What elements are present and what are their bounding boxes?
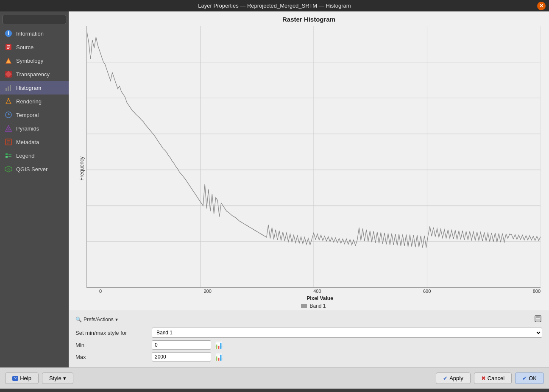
sidebar-item-qgis-server[interactable]: QQGIS Server (0, 162, 69, 176)
svg-text:Q: Q (7, 167, 10, 171)
set-minmax-label: Set min/max style for (75, 330, 152, 336)
min-label: Min (75, 342, 152, 348)
prefs-label: Prefs/Actions (84, 317, 114, 322)
svg-point-12 (8, 98, 9, 100)
information-icon: i (4, 29, 13, 38)
sidebar-item-transparency[interactable]: Transparency (0, 67, 69, 81)
legend-icon (4, 151, 13, 160)
histogram-title: Raster Histogram (77, 16, 541, 23)
apply-label: Apply (449, 375, 463, 381)
sidebar-item-information[interactable]: iInformation (0, 27, 69, 40)
sidebar-item-temporal[interactable]: Temporal (0, 108, 69, 122)
title-bar: Layer Properties — Reprojected_Merged_SR… (0, 0, 549, 11)
search-input[interactable] (3, 15, 66, 24)
svg-rect-10 (8, 86, 9, 91)
legend-color-box (301, 304, 307, 308)
prefs-icon: 🔍 (75, 317, 82, 322)
sidebar-label-temporal: Temporal (16, 112, 39, 118)
min-spin-icon[interactable]: 📊 (215, 341, 223, 349)
save-icon-button[interactable] (534, 314, 542, 324)
help-label: Help (20, 375, 31, 381)
x-tick-400: 400 (313, 289, 321, 294)
x-axis-label: Pixel Value (307, 295, 333, 301)
cancel-x-icon: ✖ (481, 375, 486, 381)
qgis-server-icon: Q (4, 165, 13, 173)
legend-label: Band 1 (309, 303, 326, 309)
sidebar-item-rendering[interactable]: Rendering (0, 95, 69, 108)
histogram-container: Raster Histogram Frequency (69, 11, 549, 311)
svg-rect-47 (536, 319, 540, 322)
min-input[interactable] (152, 340, 211, 350)
pyramids-icon (4, 124, 13, 133)
sidebar-item-symbology[interactable]: Symbology (0, 54, 69, 67)
ok-button[interactable]: ✔ OK (515, 373, 544, 384)
style-arrow: ▾ (63, 375, 66, 381)
sidebar-item-pyramids[interactable]: Pyramids (0, 122, 69, 135)
sidebar: iInformationSourceSymbologyTransparencyH… (0, 11, 69, 367)
title-text: Layer Properties — Reprojected_Merged_SR… (198, 3, 351, 9)
ok-label: OK (529, 375, 537, 381)
sidebar-label-qgis-server: QGIS Server (16, 166, 47, 172)
bottom-bar: ? Help Style ▾ ✔ Apply ✖ Cancel ✔ OK (0, 367, 549, 389)
close-button[interactable]: ✕ (537, 2, 546, 10)
x-tick-0: 0 (99, 289, 102, 294)
svg-rect-23 (6, 156, 8, 158)
max-input[interactable] (152, 352, 211, 361)
apply-button[interactable]: ✔ Apply (436, 373, 471, 384)
close-icon: ✕ (539, 3, 543, 9)
sidebar-label-information: Information (16, 31, 44, 37)
sidebar-item-legend[interactable]: Legend (0, 149, 69, 162)
sidebar-label-symbology: Symbology (16, 58, 43, 64)
y-axis-label: Frequency (77, 26, 86, 311)
sidebar-label-source: Source (16, 44, 33, 50)
sidebar-item-histogram[interactable]: Histogram (0, 81, 69, 95)
legend-area: Band 1 (86, 301, 541, 311)
sidebar-label-rendering: Rendering (16, 98, 42, 105)
max-spin-icon[interactable]: 📊 (215, 353, 223, 361)
apply-check-icon: ✔ (443, 375, 448, 381)
band-select[interactable]: Band 1 Band 2 Band 3 (152, 328, 542, 338)
source-icon (4, 43, 13, 51)
sidebar-label-histogram: Histogram (16, 85, 41, 91)
sidebar-label-pyramids: Pyramids (16, 125, 39, 132)
rendering-icon (4, 97, 13, 106)
symbology-icon (4, 56, 13, 65)
transparency-icon (4, 70, 13, 78)
svg-rect-46 (536, 316, 540, 318)
cancel-button[interactable]: ✖ Cancel (474, 373, 512, 384)
prefs-actions-link[interactable]: 🔍 Prefs/Actions ▾ (75, 317, 118, 322)
content-area: Raster Histogram Frequency (69, 11, 549, 367)
x-tick-800: 800 (533, 289, 541, 294)
prefs-arrow: ▾ (115, 317, 118, 322)
svg-rect-9 (6, 88, 7, 91)
style-label: Style (49, 375, 61, 381)
x-tick-200: 200 (203, 289, 211, 294)
help-button[interactable]: ? Help (5, 373, 39, 384)
svg-rect-22 (6, 153, 8, 155)
max-label: Max (75, 354, 152, 360)
svg-text:i: i (8, 31, 9, 36)
cancel-label: Cancel (488, 375, 504, 381)
sidebar-label-transparency: Transparency (16, 71, 50, 78)
ok-check-icon: ✔ (522, 375, 527, 381)
sidebar-item-source[interactable]: Source (0, 40, 69, 54)
help-icon: ? (12, 376, 18, 381)
controls-area: 🔍 Prefs/Actions ▾ Set min/max style for … (69, 311, 549, 367)
sidebar-label-legend: Legend (16, 153, 34, 159)
histogram-icon (4, 83, 13, 92)
x-tick-600: 600 (423, 289, 431, 294)
temporal-icon (4, 111, 13, 119)
sidebar-label-metadata: Metadata (16, 139, 39, 145)
style-button[interactable]: Style ▾ (42, 373, 73, 384)
svg-rect-11 (10, 85, 11, 91)
sidebar-item-metadata[interactable]: Metadata (0, 135, 69, 149)
metadata-icon (4, 138, 13, 146)
